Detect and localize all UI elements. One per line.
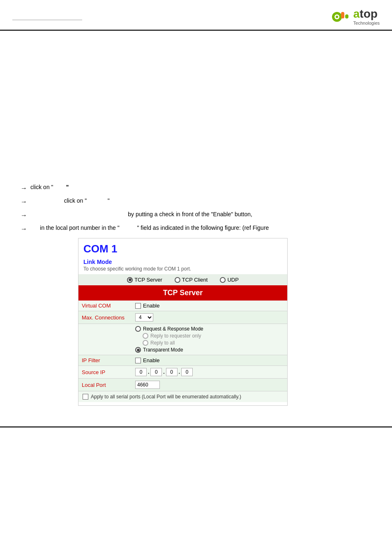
max-connections-select[interactable]: 1 2 3 4 5 6 7 8	[135, 313, 153, 321]
virtual-com-label: Virtual COM	[78, 301, 132, 311]
ip-filter-label: IP Filter	[78, 355, 132, 366]
transparent-label: Transparent Mode	[143, 347, 183, 353]
ip-filter-value: Enable	[132, 355, 287, 366]
ip-dot-3: .	[179, 369, 180, 375]
svg-point-2	[336, 16, 338, 18]
max-connections-value: 1 2 3 4 5 6 7 8	[132, 311, 287, 324]
tcp-server-radio[interactable]	[127, 277, 133, 283]
reply-all-option[interactable]: Reply to all	[143, 340, 284, 346]
ip-dot-2: .	[163, 369, 164, 375]
ip-filter-enable-label: Enable	[143, 357, 159, 363]
main-content: → click on " " → click on " " →	[0, 31, 392, 418]
logo: atop Technologies	[331, 7, 380, 25]
arrow-item-2: → click on " "	[21, 197, 371, 207]
source-ip-value: . . .	[132, 366, 287, 379]
apply-label: Apply to all serial ports (Local Port wi…	[91, 394, 241, 400]
arrow-text-3: by putting a check in front of the "Enab…	[30, 210, 371, 219]
virtual-com-enable-label: Enable	[143, 303, 159, 309]
arrow-icon-3: →	[21, 210, 27, 220]
udp-option[interactable]: UDP	[220, 277, 238, 283]
source-ip-field: . . .	[135, 368, 284, 376]
source-ip-octet-1[interactable]	[135, 368, 147, 376]
source-ip-octet-3[interactable]	[166, 368, 178, 376]
local-port-row: Local Port	[78, 379, 287, 391]
logo-subtitle: Technologies	[353, 21, 380, 25]
mode-row: Request & Response Mode Reply to request…	[78, 324, 287, 355]
arrow-icon-1: →	[21, 183, 27, 193]
mode-value: Request & Response Mode Reply to request…	[132, 324, 287, 355]
arrow-item-3: → by putting a check in front of the "En…	[21, 210, 371, 220]
ip-filter-row: IP Filter Enable	[78, 355, 287, 366]
page-footer	[0, 426, 392, 436]
reply-requester-label: Reply to requester only	[150, 333, 201, 339]
arrow-text-2: click on " "	[30, 197, 371, 205]
source-ip-row: Source IP . . .	[78, 366, 287, 379]
ip-filter-checkbox[interactable]	[135, 358, 141, 363]
local-port-value	[132, 379, 287, 391]
instructions-list: → click on " " → click on " " →	[21, 183, 371, 234]
udp-radio[interactable]	[220, 277, 226, 283]
ip-dot-1: .	[148, 369, 149, 375]
arrow-text-4: in the local port number in the " " fiel…	[30, 224, 371, 232]
tcp-server-option[interactable]: TCP Server	[127, 277, 162, 283]
udp-label: UDP	[227, 277, 238, 283]
virtual-com-checkbox[interactable]	[135, 303, 141, 309]
svg-rect-3	[341, 12, 344, 18]
settings-table: Virtual COM Enable Max. Connections 1 2 …	[78, 301, 287, 391]
com-title: COM 1	[78, 238, 287, 257]
tcp-client-option[interactable]: TCP Client	[175, 277, 208, 283]
apply-row: Apply to all serial ports (Local Port wi…	[78, 391, 287, 402]
request-response-option[interactable]: Request & Response Mode	[135, 326, 284, 332]
virtual-com-value: Enable	[132, 301, 287, 311]
virtual-com-row: Virtual COM Enable	[78, 301, 287, 311]
svg-rect-4	[345, 14, 348, 18]
header-line	[12, 20, 82, 20]
source-ip-octet-2[interactable]	[150, 368, 162, 376]
reply-requester-option[interactable]: Reply to requester only	[143, 333, 284, 339]
mode-options: Request & Response Mode Reply to request…	[135, 326, 284, 353]
transparent-option[interactable]: Transparent Mode	[135, 347, 284, 353]
source-ip-label: Source IP	[78, 366, 132, 379]
request-response-label: Request & Response Mode	[143, 326, 203, 332]
arrow-icon-4: →	[21, 224, 27, 234]
reply-all-label: Reply to all	[150, 340, 175, 346]
link-mode-desc: To choose specific working mode for COM …	[78, 266, 287, 274]
reply-requester-radio[interactable]	[143, 333, 148, 339]
page-header: atop Technologies	[0, 0, 392, 31]
arrow-item-4: → in the local port number in the " " fi…	[21, 224, 371, 234]
logo-text-group: atop Technologies	[353, 7, 380, 25]
max-connections-row: Max. Connections 1 2 3 4 5 6 7 8	[78, 311, 287, 324]
reply-all-radio[interactable]	[143, 340, 148, 346]
local-port-label: Local Port	[78, 379, 132, 391]
source-ip-octet-4[interactable]	[181, 368, 193, 376]
arrow-icon-2: →	[21, 197, 27, 207]
virtual-com-checkbox-wrap: Enable	[135, 303, 284, 309]
arrow-item-1: → click on " "	[21, 183, 371, 193]
tcp-server-header: TCP Server	[78, 285, 287, 301]
tcp-client-label: TCP Client	[182, 277, 208, 283]
ip-filter-checkbox-wrap: Enable	[135, 357, 284, 363]
local-port-input[interactable]	[135, 381, 160, 389]
request-response-radio[interactable]	[135, 326, 141, 332]
header-left	[12, 7, 82, 20]
max-connections-label: Max. Connections	[78, 311, 132, 324]
link-mode-row: TCP Server TCP Client UDP	[78, 274, 287, 285]
apply-checkbox[interactable]	[83, 394, 88, 400]
tcp-client-radio[interactable]	[175, 277, 180, 283]
mode-label	[78, 324, 132, 355]
transparent-radio[interactable]	[135, 347, 141, 353]
link-mode-title: Link Mode	[78, 257, 287, 266]
tcp-server-label: TCP Server	[134, 277, 162, 283]
com-panel: COM 1 Link Mode To choose specific worki…	[78, 238, 288, 406]
arrow-text-1: click on " "	[30, 183, 371, 192]
atop-logo-icon	[331, 8, 351, 25]
